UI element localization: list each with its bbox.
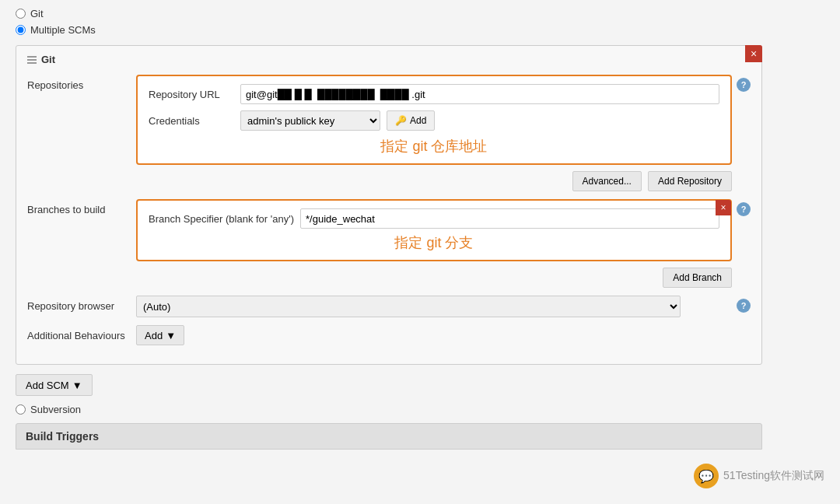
multiple-scms-radio-item[interactable]: Multiple SCMs	[16, 24, 824, 36]
branch-box: × Branch Specifier (blank for 'any') 指定 …	[136, 199, 732, 261]
watermark-icon: 💬	[694, 464, 719, 488]
page-wrapper: Git Multiple SCMs × Git Repositories	[0, 0, 840, 504]
repo-browser-select[interactable]: (Auto)	[136, 296, 681, 317]
branch-buttons-row: Add Branch	[136, 268, 732, 288]
add-branch-button[interactable]: Add Branch	[663, 268, 732, 288]
scm-radio-group: Git Multiple SCMs	[16, 8, 824, 36]
add-scm-dropdown-icon: ▼	[72, 380, 82, 391]
credentials-add-label: Add	[410, 115, 426, 126]
repo-browser-section: Repository browser (Auto) ?	[27, 296, 751, 317]
branch-specifier-label: Branch Specifier (blank for 'any')	[149, 213, 294, 225]
git-radio-item[interactable]: Git	[16, 8, 824, 19]
watermark-text: 51Testing软件测试网	[723, 469, 824, 483]
repo-annotation: 指定 git 仓库地址	[149, 137, 719, 156]
drag-line-2	[27, 59, 37, 61]
repository-box: Repository URL Credentials admin's publi…	[136, 75, 732, 165]
branch-close-button[interactable]: ×	[716, 200, 731, 215]
additional-behaviours-label: Additional Behaviours	[27, 325, 136, 341]
advanced-button[interactable]: Advanced...	[572, 171, 642, 191]
repositories-section: Repositories Repository URL Credentials	[27, 75, 751, 191]
key-icon: 🔑	[395, 115, 407, 126]
additional-behaviours-section: Additional Behaviours Add ▼	[27, 325, 751, 345]
repo-browser-label: Repository browser	[27, 296, 136, 312]
build-triggers-header: Build Triggers	[16, 423, 762, 450]
drag-line-3	[27, 62, 37, 64]
watermark: 💬 51Testing软件测试网	[694, 464, 824, 488]
branch-annotation: 指定 git 分支	[149, 233, 719, 252]
git-radio-label: Git	[30, 8, 44, 19]
subversion-row: Subversion	[16, 404, 824, 415]
add-scm-row: Add SCM ▼	[16, 374, 824, 396]
git-panel-title: Git	[41, 54, 55, 65]
branches-control: × Branch Specifier (blank for 'any') 指定 …	[136, 199, 732, 288]
git-panel-header: Git	[27, 54, 751, 65]
git-radio[interactable]	[16, 9, 26, 19]
main-content: Git Multiple SCMs × Git Repositories	[0, 0, 840, 457]
repositories-label: Repositories	[27, 75, 136, 91]
credentials-label: Credentials	[149, 115, 234, 127]
branches-help-icon[interactable]: ?	[737, 202, 751, 216]
repositories-help-icon[interactable]: ?	[737, 78, 751, 92]
additional-behaviours-add-label: Add	[145, 330, 163, 341]
repo-browser-help-icon[interactable]: ?	[737, 299, 751, 313]
subversion-radio[interactable]	[16, 404, 26, 415]
repo-buttons-row: Advanced... Add Repository	[136, 171, 732, 191]
drag-line-1	[27, 56, 37, 58]
add-scm-label: Add SCM	[26, 380, 69, 391]
repo-browser-control: (Auto)	[136, 296, 732, 317]
drag-icon[interactable]	[27, 56, 37, 64]
repositories-control: Repository URL Credentials admin's publi…	[136, 75, 732, 191]
multiple-scms-radio[interactable]	[16, 25, 26, 35]
git-panel: × Git Repositories Reposi	[16, 45, 762, 365]
branches-label: Branches to build	[27, 199, 136, 215]
credentials-add-button[interactable]: 🔑 Add	[387, 110, 435, 131]
add-repository-button[interactable]: Add Repository	[648, 171, 732, 191]
branch-field-row: Branch Specifier (blank for 'any')	[149, 208, 719, 229]
dropdown-arrow-icon: ▼	[166, 330, 176, 341]
git-panel-close-button[interactable]: ×	[745, 45, 762, 62]
additional-behaviours-control: Add ▼	[136, 325, 751, 345]
additional-behaviours-add-button[interactable]: Add ▼	[136, 325, 184, 345]
add-scm-button[interactable]: Add SCM ▼	[16, 374, 93, 396]
credentials-select[interactable]: admin's publick key	[240, 110, 380, 131]
repo-url-row: Repository URL	[149, 84, 719, 104]
repo-url-label: Repository URL	[149, 89, 234, 100]
subversion-label: Subversion	[30, 404, 81, 415]
repo-url-input[interactable]	[240, 84, 719, 104]
branches-section: Branches to build × Branch Specifier (bl…	[27, 199, 751, 288]
multiple-scms-radio-label: Multiple SCMs	[30, 24, 96, 36]
credentials-row: Credentials admin's publick key 🔑 Add	[149, 110, 719, 131]
branch-specifier-input[interactable]	[300, 208, 719, 229]
build-triggers-label: Build Triggers	[26, 430, 99, 443]
